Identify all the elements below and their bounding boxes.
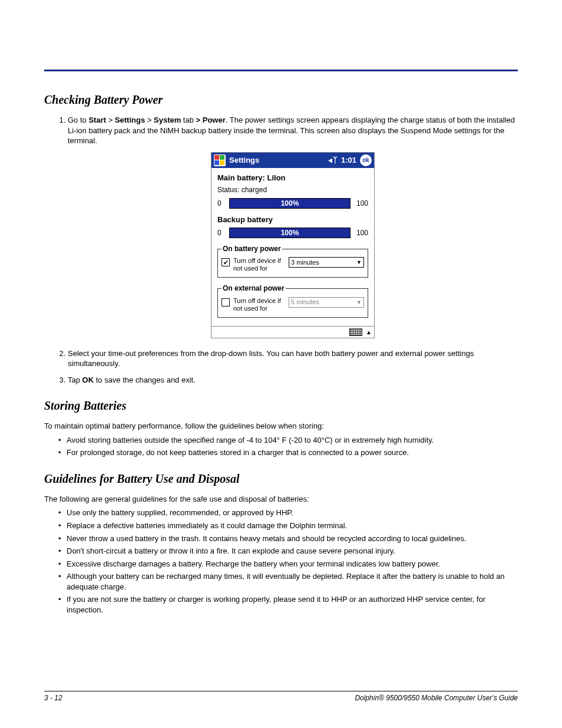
- heading-checking-battery: Checking Battery Power: [44, 93, 518, 107]
- bold: Settings: [115, 116, 145, 124]
- page-number: 3 - 12: [44, 694, 62, 702]
- keyboard-icon[interactable]: [349, 328, 362, 336]
- screenshot-container: Settings ◀ᛉ 1:01 ok Main battery: LiIon …: [68, 152, 518, 339]
- on-battery-power-group: On battery power Turn off device if not …: [217, 244, 368, 278]
- list-item: Excessive discharge damages a battery. R…: [58, 559, 518, 569]
- backup-battery-bar-row: 0 100% 100: [217, 228, 368, 238]
- guidelines-intro: The following are general guidelines for…: [44, 494, 518, 505]
- speaker-icon[interactable]: ◀ᛉ: [328, 155, 338, 166]
- backup-battery-label: Backup battery: [217, 215, 368, 225]
- list-item: Although your battery can be recharged m…: [58, 571, 518, 592]
- list-item: Avoid storing batteries outside the spec…: [58, 435, 518, 446]
- external-timeout-dropdown[interactable]: 5 minutes ▼: [289, 297, 364, 308]
- text: to save the changes and exit.: [94, 375, 196, 384]
- main-battery-bar-row: 0 100% 100: [217, 198, 368, 209]
- main-battery-label: Main battery: LiIon: [217, 173, 368, 183]
- titlebar: Settings ◀ᛉ 1:01 ok: [211, 153, 374, 168]
- windows-logo-icon: [214, 154, 226, 166]
- text: Go to: [68, 116, 88, 124]
- heading-storing-batteries: Storing Batteries: [44, 399, 518, 413]
- bold: OK: [82, 375, 94, 384]
- scale-max: 100: [354, 199, 368, 208]
- titlebar-title: Settings: [229, 155, 259, 166]
- up-arrow-icon[interactable]: ▲: [366, 328, 372, 337]
- page-content: Checking Battery Power Go to Start > Set…: [44, 71, 518, 615]
- list-item: Replace a defective batteries immediatel…: [58, 521, 518, 531]
- list-item: Never throw a used battery in the trash.…: [58, 533, 518, 544]
- dropdown-value: 5 minutes: [291, 298, 319, 307]
- list-item: Don't short-circuit a battery or throw i…: [58, 546, 518, 556]
- chevron-down-icon: ▼: [356, 259, 362, 266]
- ok-button[interactable]: ok: [360, 154, 372, 166]
- scale-min: 0: [217, 199, 226, 208]
- taskbar: ▲: [211, 326, 374, 338]
- bold: System: [154, 116, 181, 124]
- list-item: If you are not sure the battery or charg…: [58, 594, 518, 615]
- dropdown-value: 3 minutes: [291, 258, 319, 267]
- clock: 1:01: [341, 155, 356, 166]
- text: Tap: [68, 375, 82, 384]
- battery-timeout-checkbox[interactable]: [222, 258, 230, 266]
- text: >: [145, 116, 154, 124]
- scale-min: 0: [217, 228, 226, 238]
- list-item: For prolonged storage, do not keep batte…: [58, 447, 518, 458]
- storing-bullets: Avoid storing batteries outside the spec…: [44, 435, 518, 458]
- backup-battery-bar: 100%: [229, 228, 351, 238]
- scale-max: 100: [354, 228, 368, 238]
- checkbox-label: Turn off device if not used for: [233, 257, 285, 272]
- checkbox-label: Turn off device if not used for: [233, 297, 285, 312]
- main-battery-bar: 100%: [229, 198, 351, 209]
- chevron-down-icon: ▼: [356, 299, 362, 306]
- battery-timeout-dropdown[interactable]: 3 minutes ▼: [289, 257, 364, 268]
- step-1: Go to Start > Settings > System tab > Po…: [68, 115, 518, 339]
- book-title: Dolphin® 9500/9550 Mobile Computer User'…: [355, 694, 518, 702]
- list-item: Use only the battery supplied, recommend…: [58, 508, 518, 518]
- storing-intro: To maintain optimal battery performance,…: [44, 421, 518, 431]
- checking-steps: Go to Start > Settings > System tab > Po…: [44, 115, 518, 385]
- text: tab: [181, 116, 196, 124]
- heading-guidelines: Guidelines for Battery Use and Disposal: [44, 472, 518, 486]
- text: >: [106, 116, 115, 124]
- bold: Start: [88, 116, 106, 124]
- group-legend: On battery power: [222, 244, 282, 253]
- step-2: Select your time-out preferences from th…: [68, 348, 518, 369]
- page-footer: 3 - 12 Dolphin® 9500/9550 Mobile Compute…: [44, 691, 518, 702]
- bold: > Power: [196, 116, 226, 124]
- group-legend: On external power: [222, 284, 286, 293]
- step-3: Tap OK to save the changes and exit.: [68, 375, 518, 386]
- on-external-power-group: On external power Turn off device if not…: [217, 284, 368, 318]
- guidelines-bullets: Use only the battery supplied, recommend…: [44, 508, 518, 615]
- external-timeout-checkbox[interactable]: [222, 298, 230, 307]
- status-label: Status: charged: [217, 185, 368, 195]
- screenshot-body: Main battery: LiIon Status: charged 0 10…: [211, 168, 374, 326]
- header-rule: [44, 70, 518, 71]
- power-settings-screenshot: Settings ◀ᛉ 1:01 ok Main battery: LiIon …: [211, 152, 375, 338]
